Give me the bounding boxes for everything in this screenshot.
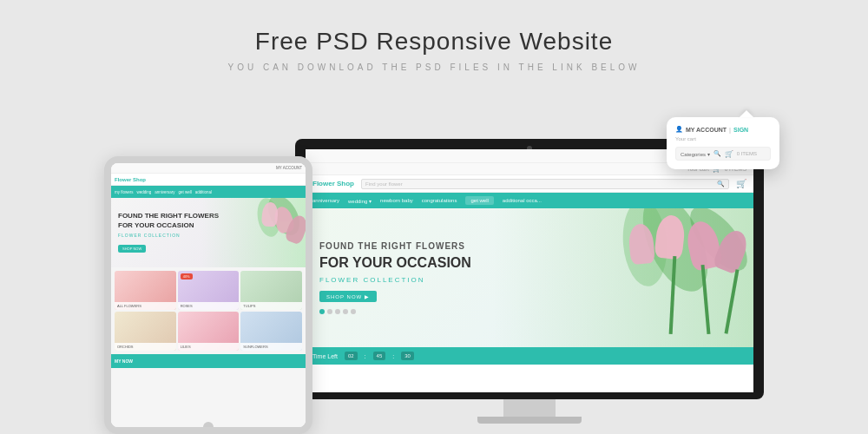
tablet-product-2[interactable]: 40% ROSES — [178, 271, 240, 310]
tablet-menu-item-5[interactable]: additional — [195, 190, 212, 194]
dot-5[interactable] — [351, 309, 356, 314]
tablet-menu-item-4[interactable]: get well — [179, 190, 192, 194]
site-nav: Flower Shop Find your flower 🔍 🛒 — [306, 175, 753, 193]
popup-cart-label: Your cart — [675, 136, 771, 141]
menu-item-congrats[interactable]: congratulations — [422, 198, 457, 203]
tablet-product-4[interactable]: ORCHIDS — [115, 312, 176, 351]
lower-collection-text: FLOWER COLLECTION — [319, 276, 425, 284]
monitor-screen-border: 👤 MY ACCOUNT | SIGN Your cart 🛒 0 ITEMS — [295, 139, 764, 399]
menu-item-additional[interactable]: additional occa... — [503, 198, 542, 203]
monitor-base — [477, 417, 582, 424]
sale-badge-1: 40% — [181, 273, 193, 279]
tablet-device: MY ACCOUNT Flower Shop my flowers weddin… — [104, 156, 312, 434]
tablet-menu: my flowers wedding anniversary get well … — [111, 186, 306, 198]
page-background: Free PSD Responsive Website YOU CAN DOWN… — [0, 0, 868, 434]
tablet-bottom-bar: MY NOW — [111, 354, 306, 368]
timer-sep-1: : — [365, 353, 366, 359]
monitor-screen: 👤 MY ACCOUNT | SIGN Your cart 🛒 0 ITEMS — [306, 149, 753, 392]
popup-account-row: 👤 MY ACCOUNT | SIGN — [675, 126, 771, 133]
menu-item-getwell[interactable]: get well — [465, 196, 493, 205]
dot-2[interactable] — [327, 309, 332, 314]
tablet-product-6[interactable]: SUNFLOWERS — [240, 312, 302, 351]
subtitle: YOU CAN DOWNLOAD THE PSD FILES IN THE LI… — [0, 62, 868, 72]
popup-user-icon: 👤 — [675, 126, 683, 133]
tablet-product-3-label: TULIPS — [240, 302, 302, 310]
website-mockup: 👤 MY ACCOUNT | SIGN Your cart 🛒 0 ITEMS — [306, 149, 753, 392]
tablet-my-now-label: MY NOW — [115, 358, 133, 364]
tablet-menu-item-2[interactable]: wedding — [137, 190, 152, 194]
timer-sep-2: : — [392, 353, 394, 359]
site-hero: FOUND THE RIGHT FLOWERS FOR YOUR OCCASIO… — [306, 208, 753, 347]
tablet-product-3[interactable]: TULIPS — [240, 271, 302, 310]
tablet-product-4-label: ORCHIDS — [115, 343, 176, 351]
site-menu: anniversary wedding ▾ newborn baby congr… — [306, 193, 753, 208]
popup-account-label: MY ACCOUNT — [686, 127, 727, 133]
devices-container: MY ACCOUNT Flower Shop my flowers weddin… — [104, 122, 764, 434]
popup-signin[interactable]: SIGN — [733, 127, 748, 133]
timer-minutes: 45 — [373, 352, 386, 360]
hero-pretitle: FOUND THE RIGHT FLOWERS — [319, 241, 471, 251]
popup-items-count: 0 ITEMS — [737, 151, 757, 156]
monitor-device: 👤 MY ACCOUNT | SIGN Your cart 🛒 0 ITEMS — [295, 139, 764, 434]
tablet-menu-item-1[interactable]: my flowers — [115, 190, 134, 194]
header: Free PSD Responsive Website YOU CAN DOWN… — [0, 0, 868, 72]
tablet-website: MY ACCOUNT Flower Shop my flowers weddin… — [111, 163, 306, 427]
tablet-product-6-label: SUNFLOWERS — [240, 343, 302, 351]
tablet-product-5[interactable]: LILIES — [178, 312, 240, 351]
popup-search-row: Categories ▾ 🔍 🛒 0 ITEMS — [675, 147, 771, 161]
search-icon[interactable]: 🔍 — [717, 181, 725, 187]
popup-cart-icon[interactable]: 🛒 — [725, 150, 733, 158]
popup-divider: | — [729, 127, 731, 133]
tablet-inner: MY ACCOUNT Flower Shop my flowers weddin… — [111, 163, 306, 427]
site-logo[interactable]: Flower Shop — [312, 180, 354, 187]
monitor-stand — [503, 399, 556, 417]
dot-3[interactable] — [335, 309, 340, 314]
menu-item-wedding[interactable]: wedding ▾ — [348, 198, 372, 204]
tablet-hero-cta[interactable]: SHOP NOW — [118, 245, 146, 253]
timer-section: Time Left 02 : 45 : 30 — [306, 347, 753, 365]
hero-title: FOR YOUR OCCASION — [319, 254, 471, 273]
timer-hours: 02 — [345, 352, 358, 360]
tablet-account-label: MY ACCOUNT — [276, 166, 302, 170]
menu-item-newborn[interactable]: newborn baby — [380, 198, 413, 203]
cart-nav-icon[interactable]: 🛒 — [736, 179, 746, 188]
dot-4[interactable] — [343, 309, 348, 314]
popup-search-icon[interactable]: 🔍 — [713, 150, 721, 157]
popup-bubble: 👤 MY ACCOUNT | SIGN Your cart Categories… — [667, 117, 779, 169]
hero-cta-button[interactable]: SHOP NOW ▶ — [319, 291, 377, 302]
menu-item-anniversary[interactable]: anniversary — [312, 198, 339, 203]
timer-label: Time Left — [312, 353, 338, 359]
timer-seconds: 30 — [401, 352, 414, 360]
tablet-products-grid: ALL FLOWERS 40% ROSES TULIPS ORCHIDS — [111, 267, 306, 354]
tablet-product-2-label: ROSES — [178, 302, 240, 310]
hero-pagination-dots — [319, 309, 471, 314]
tablet-menu-item-3[interactable]: anniversary — [155, 190, 174, 194]
hero-collection-label: FLOWER COLLECTION — [319, 276, 471, 284]
tablet-logo: Flower Shop — [115, 177, 146, 182]
main-title: Free PSD Responsive Website — [0, 28, 868, 56]
hero-content: FOUND THE RIGHT FLOWERS FOR YOUR OCCASIO… — [306, 231, 485, 325]
tablet-product-1-label: ALL FLOWERS — [115, 302, 176, 310]
dot-1[interactable] — [319, 309, 325, 314]
tablet-nav: Flower Shop — [111, 174, 306, 186]
tablet-product-1[interactable]: ALL FLOWERS — [115, 271, 176, 310]
tablet-topbar: MY ACCOUNT — [111, 163, 306, 174]
search-placeholder: Find your flower — [365, 181, 403, 187]
tablet-product-5-label: LILIES — [178, 343, 240, 351]
popup-categories-label[interactable]: Categories ▾ — [681, 151, 710, 157]
tablet-hero: FOUND THE RIGHT FLOWERSFOR YOUR OCCASION… — [111, 198, 306, 267]
search-bar[interactable]: Find your flower 🔍 — [361, 179, 729, 189]
